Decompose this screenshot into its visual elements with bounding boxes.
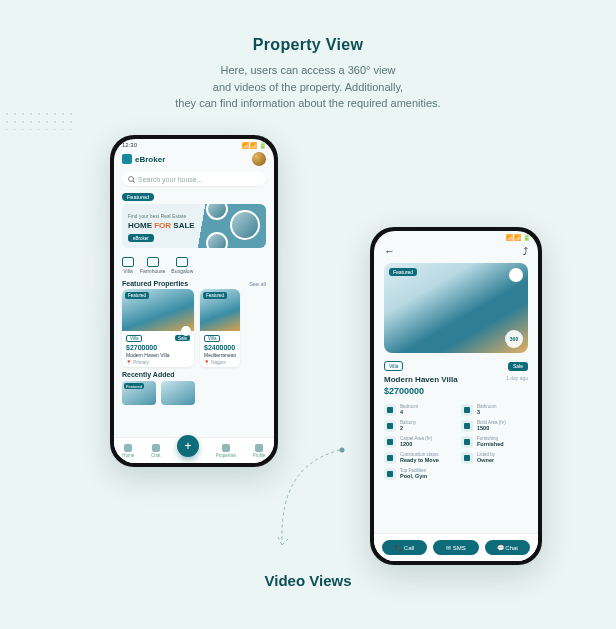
amenity-item: Construction statusReady to Move: [384, 452, 451, 464]
decor-circle: [206, 204, 228, 220]
hero-image[interactable]: Featured 360: [384, 263, 528, 353]
call-button[interactable]: 📞 Call: [382, 540, 427, 555]
property-price: $2700000: [384, 386, 528, 396]
promo-banner[interactable]: Find your best Real Estate HOME FOR SALE…: [122, 204, 266, 248]
amenity-grid: Bedroom4Bathroom3Balcony2Build Area (ft²…: [374, 398, 538, 482]
featured-tag: Featured: [389, 268, 417, 276]
logo-icon: [122, 154, 132, 164]
360-view-button[interactable]: 360: [505, 330, 523, 348]
decor-circle: [206, 232, 228, 248]
amenity-item: Top FacilitiesPool, Gym: [384, 468, 451, 480]
amenity-item: Bedroom4: [384, 404, 451, 416]
status-bar: 12:30📶 📶 🔋: [114, 139, 274, 150]
svg-point-0: [340, 448, 345, 453]
fab-add[interactable]: +: [177, 435, 199, 457]
section-title-recent: Recently Added: [122, 371, 266, 378]
type-chip: Villa: [384, 361, 403, 371]
chat-icon: [152, 444, 160, 452]
amenity-item: Build Area (ft²)1500: [461, 420, 528, 432]
heart-icon[interactable]: [181, 326, 191, 336]
property-card[interactable]: Featured Villa $2400000 Mediterranean 📍 …: [200, 289, 240, 367]
property-card[interactable]: Featured VillaSale $2700000 Modern Haven…: [122, 289, 194, 367]
category-bungalow[interactable]: Bungalow: [171, 257, 193, 274]
sms-button[interactable]: ✉ SMS: [433, 540, 478, 555]
status-bar: 📶 📶 🔋: [374, 231, 538, 242]
bottom-nav: Home Chat + Properties Profile: [114, 437, 274, 463]
amenity-item: Balcony2: [384, 420, 451, 432]
page-desc: Here, users can access a 360° view and v…: [0, 62, 616, 112]
amenity-icon: [384, 404, 396, 416]
user-icon: [255, 444, 263, 452]
featured-pill[interactable]: Featured: [122, 193, 154, 201]
share-icon[interactable]: ⤴: [523, 246, 528, 257]
action-bar: 📞 Call ✉ SMS 💬 Chat: [374, 533, 538, 561]
amenity-icon: [384, 468, 396, 480]
amenity-item: Bathroom3: [461, 404, 528, 416]
page-title: Property View: [0, 36, 616, 54]
amenity-icon: [461, 452, 473, 464]
sale-chip: Sale: [508, 362, 528, 371]
amenity-icon: [461, 404, 473, 416]
decor-circle: [230, 210, 260, 240]
phone-mockup-detail: 📶 📶 🔋 ← ⤴ Featured 360 Villa Sale 1 day …: [370, 227, 542, 565]
nav-profile[interactable]: Profile: [253, 444, 266, 458]
decor-arrow: [270, 445, 370, 565]
search-icon: [128, 176, 134, 182]
chat-button[interactable]: 💬 Chat: [485, 540, 530, 555]
villa-icon: [122, 257, 134, 267]
banner-cta[interactable]: eBroker: [128, 234, 154, 242]
phone-mockup-home: 12:30📶 📶 🔋 eBroker Search your house... …: [110, 135, 278, 467]
amenity-icon: [461, 436, 473, 448]
building-icon: [222, 444, 230, 452]
see-all-link[interactable]: See all: [249, 281, 266, 287]
recent-card[interactable]: Featured: [122, 381, 156, 405]
posted-date: 1 day ago: [506, 375, 528, 381]
farmhouse-icon: [147, 257, 159, 267]
heart-icon[interactable]: [509, 268, 523, 282]
amenity-item: Listed byOwner: [461, 452, 528, 464]
back-icon[interactable]: ←: [384, 245, 395, 257]
decor-dots: [3, 110, 73, 130]
avatar[interactable]: [252, 152, 266, 166]
bungalow-icon: [176, 257, 188, 267]
search-input[interactable]: Search your house...: [122, 172, 266, 186]
recent-card[interactable]: [161, 381, 195, 405]
app-brand: eBroker: [122, 154, 165, 164]
amenity-icon: [461, 420, 473, 432]
page-header: Property View Here, users can access a 3…: [0, 0, 616, 112]
amenity-icon: [384, 420, 396, 432]
category-villa[interactable]: Villa: [122, 257, 134, 274]
nav-properties[interactable]: Properties: [216, 444, 237, 458]
amenity-icon: [384, 452, 396, 464]
nav-home[interactable]: Home: [122, 444, 134, 458]
section-title-featured: Featured Properties: [122, 280, 188, 287]
category-farmhouse[interactable]: Farmhouse: [140, 257, 165, 274]
amenity-item: FurnishingFurnished: [461, 436, 528, 448]
amenity-item: Carpet Area (ft²)1200: [384, 436, 451, 448]
category-row: Villa Farmhouse Bungalow: [114, 251, 274, 277]
footer-label: Video Views: [0, 572, 616, 589]
search-placeholder: Search your house...: [138, 176, 203, 183]
amenity-icon: [384, 436, 396, 448]
home-icon: [124, 444, 132, 452]
nav-chat[interactable]: Chat: [151, 444, 161, 458]
